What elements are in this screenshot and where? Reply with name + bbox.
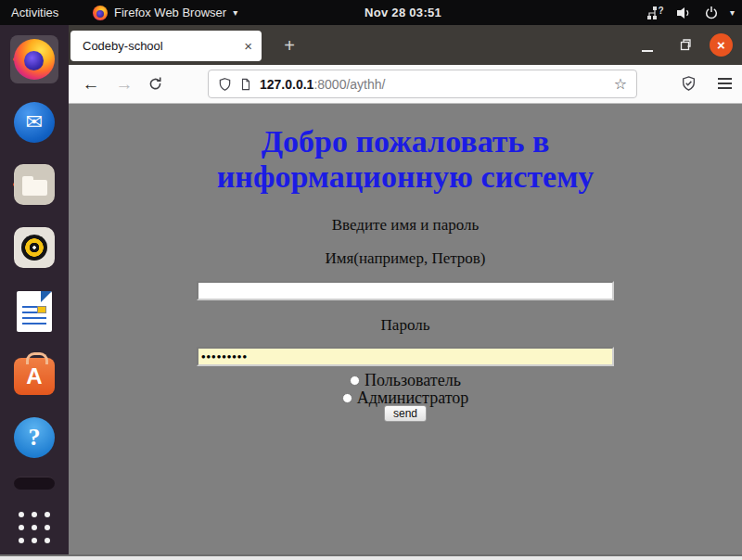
url-bar[interactable]: 127.0.0.1:8000/aythh/ ☆ [208, 70, 637, 98]
radio-user-label: Пользователь [365, 371, 461, 390]
forward-button: → [113, 65, 135, 103]
app-menu[interactable]: Firefox Web Browser ▾ [93, 0, 237, 25]
tab-bar: Codeby-school × + × [69, 25, 742, 65]
name-input[interactable] [197, 281, 614, 300]
restore-button[interactable] [679, 38, 692, 51]
radio-admin[interactable] [342, 393, 352, 403]
close-button[interactable]: × [710, 33, 733, 57]
firefox-icon [14, 39, 55, 80]
password-input[interactable] [197, 347, 614, 366]
caret-down-icon: ▾ [233, 7, 237, 18]
page-title-line1: Добро пожаловать в [69, 124, 742, 159]
activities-button[interactable]: Activities [11, 0, 58, 25]
network-question-icon: ? [646, 6, 665, 20]
firefox-mini-icon [93, 6, 108, 20]
tab-title: Codeby-school [83, 39, 163, 53]
bookmark-star-icon[interactable]: ☆ [614, 75, 627, 93]
firefox-window: Codeby-school × + × ← → [69, 25, 742, 554]
ubuntu-software-icon: A [14, 358, 55, 395]
dock-item-thunderbird[interactable]: ✉ [10, 98, 58, 146]
rhythmbox-icon [14, 227, 55, 268]
show-applications-button[interactable] [10, 503, 58, 552]
url-text[interactable]: 127.0.0.1:8000/aythh/ [260, 77, 385, 92]
libreoffice-writer-icon [17, 291, 52, 332]
volume-icon [676, 6, 693, 20]
window-bottom-edge [0, 554, 742, 560]
page-content: Добро пожаловать в информационную систем… [69, 104, 742, 554]
dock-item-firefox[interactable] [10, 35, 58, 83]
caret-down-icon: ▾ [730, 7, 735, 18]
minimized-app-icon [14, 477, 55, 490]
page-info-icon[interactable] [239, 77, 252, 92]
url-path: :8000/aythh/ [313, 77, 385, 92]
radio-user[interactable] [350, 375, 360, 386]
new-tab-button[interactable]: + [276, 32, 302, 58]
thunderbird-icon: ✉ [14, 102, 55, 143]
tab-close-icon[interactable]: × [244, 38, 252, 54]
shield-permissions-icon[interactable] [218, 77, 232, 92]
svg-text:?: ? [658, 6, 663, 16]
system-top-bar: Activities Firefox Web Browser ▾ Nov 28 … [0, 0, 742, 25]
dock-item-rhythmbox[interactable] [10, 223, 58, 272]
password-label: Пароль [69, 316, 742, 335]
navigation-toolbar: ← → 127.0.0.1:8000/aythh/ ☆ [69, 65, 742, 104]
reload-icon [147, 76, 163, 92]
system-tray[interactable]: ? ▾ [646, 0, 735, 25]
tab-codeby-school[interactable]: Codeby-school × [70, 31, 262, 61]
restore-icon [679, 38, 692, 51]
power-icon [704, 6, 719, 20]
files-icon [14, 164, 55, 205]
clock[interactable]: Nov 28 03:51 [365, 0, 441, 25]
dock-item-libreoffice-writer[interactable] [10, 287, 58, 336]
url-host: 127.0.0.1 [260, 77, 313, 92]
app-menu-label: Firefox Web Browser [114, 6, 226, 19]
help-icon: ? [14, 417, 55, 458]
name-label: Имя(например, Петров) [69, 249, 742, 268]
ubuntu-dock: ✉ A ? [0, 25, 69, 554]
dock-item-files[interactable] [10, 160, 58, 209]
send-button[interactable]: send [384, 405, 427, 422]
hamburger-menu-icon[interactable] [718, 78, 732, 90]
minimize-button[interactable] [642, 50, 653, 52]
page-title-line2: информационную систему [69, 159, 742, 195]
dock-item-minimized-app[interactable] [10, 472, 58, 494]
page-title: Добро пожаловать в информационную систем… [69, 124, 742, 195]
save-to-pocket-shield-icon[interactable] [681, 75, 697, 92]
page-subtitle: Введите имя и пароль [69, 216, 742, 235]
reload-button[interactable] [147, 76, 163, 92]
dock-item-help[interactable]: ? [10, 414, 58, 462]
back-button[interactable]: ← [80, 65, 102, 103]
radio-row-user[interactable]: Пользователь [69, 371, 742, 390]
dock-item-ubuntu-software[interactable]: A [10, 350, 58, 399]
show-applications-icon [19, 512, 50, 543]
